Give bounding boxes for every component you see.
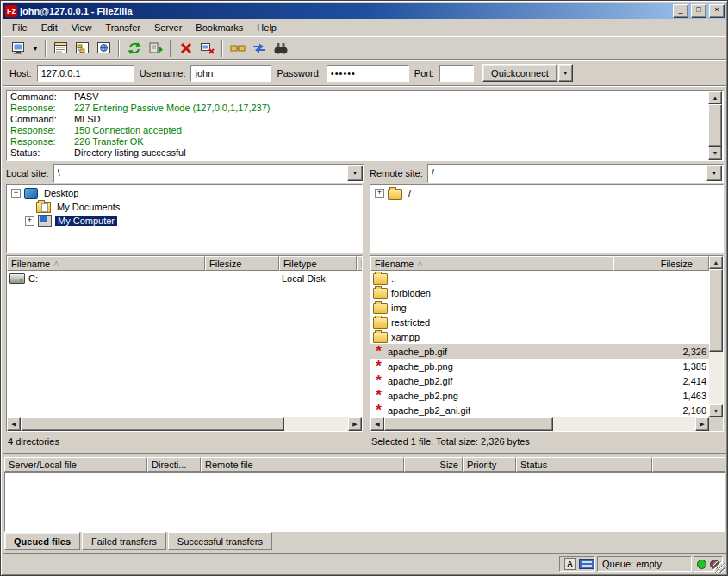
file-row-selected[interactable]: apache_pb.gif 2,326 bbox=[370, 344, 709, 359]
username-input[interactable] bbox=[190, 65, 271, 82]
letter-a-icon bbox=[564, 558, 576, 570]
file-row[interactable]: img bbox=[370, 300, 709, 315]
process-queue-icon bbox=[148, 41, 164, 55]
column-filetype[interactable]: Filetype bbox=[279, 256, 357, 271]
menu-item-transfer[interactable]: Transfer bbox=[98, 21, 147, 34]
queue-column-size[interactable]: Size bbox=[404, 457, 463, 472]
menu-item-bookmarks[interactable]: Bookmarks bbox=[189, 21, 250, 34]
local-horizontal-scrollbar[interactable] bbox=[7, 417, 362, 431]
file-type: Local Disk bbox=[282, 273, 326, 284]
scrollbar-thumb[interactable] bbox=[708, 104, 722, 147]
site-manager-dropdown-button[interactable]: ▼ bbox=[29, 39, 41, 59]
tree-item-my-documents[interactable]: My Documents bbox=[7, 200, 362, 214]
local-site-combo[interactable]: \ bbox=[53, 164, 364, 183]
queue-column-status[interactable]: Status bbox=[516, 457, 652, 472]
scroll-left-icon[interactable] bbox=[7, 417, 21, 431]
disconnect-button[interactable] bbox=[196, 39, 218, 59]
column-lastmodified[interactable]: L bbox=[357, 256, 363, 271]
remote-horizontal-scrollbar[interactable] bbox=[370, 417, 709, 431]
process-queue-button[interactable] bbox=[145, 39, 166, 59]
find-files-button[interactable] bbox=[270, 39, 291, 59]
scroll-up-icon[interactable] bbox=[709, 256, 723, 269]
toggle-remote-tree-button[interactable] bbox=[93, 39, 115, 59]
chevron-down-icon[interactable] bbox=[706, 166, 722, 181]
menu-item-file[interactable]: File bbox=[5, 21, 34, 34]
chevron-down-icon[interactable] bbox=[347, 166, 363, 181]
tab-failed-transfers[interactable]: Failed transfers bbox=[82, 532, 166, 550]
folder-icon bbox=[373, 273, 388, 285]
scroll-down-icon[interactable] bbox=[708, 147, 722, 160]
file-row[interactable]: restricted bbox=[370, 315, 709, 329]
tree-item-label: / bbox=[406, 188, 414, 198]
log-text: 150 Connection accepted bbox=[74, 125, 182, 136]
queue-column-priority[interactable]: Priority bbox=[463, 457, 516, 472]
scrollbar-thumb[interactable] bbox=[709, 269, 723, 352]
queue-column-direction[interactable]: Directi... bbox=[147, 457, 201, 472]
menubar: File Edit View Transfer Server Bookmarks… bbox=[3, 19, 726, 36]
tab-successful-transfers[interactable]: Successful transfers bbox=[168, 532, 272, 550]
file-row[interactable]: xampp bbox=[370, 329, 709, 344]
file-size: 2,414 bbox=[682, 376, 706, 386]
column-filename[interactable]: Filename bbox=[7, 256, 205, 271]
remote-status-text: Selected 1 file. Total size: 2,326 bytes bbox=[371, 436, 530, 447]
menu-item-help[interactable]: Help bbox=[250, 21, 283, 34]
tab-queued-files[interactable]: Queued files bbox=[4, 532, 80, 550]
scroll-left-icon[interactable] bbox=[370, 417, 384, 431]
file-row[interactable]: .. bbox=[370, 271, 709, 285]
quickconnect-dropdown-button[interactable]: ▼ bbox=[558, 64, 573, 82]
site-manager-button[interactable] bbox=[8, 39, 29, 59]
menu-item-edit[interactable]: Edit bbox=[34, 21, 65, 34]
file-row[interactable]: apache_pb.png 1,385 bbox=[370, 359, 709, 373]
tree-item-my-computer[interactable]: My Computer bbox=[7, 214, 362, 228]
minimize-button[interactable]: _ bbox=[673, 4, 688, 18]
tree-item-desktop[interactable]: Desktop bbox=[7, 186, 362, 200]
tree-item-root[interactable]: / bbox=[370, 186, 723, 200]
file-row[interactable]: apache_pb2.gif 2,414 bbox=[370, 373, 709, 388]
scrollbar-thumb[interactable] bbox=[21, 417, 284, 431]
password-input[interactable] bbox=[327, 65, 409, 82]
resize-grip[interactable] bbox=[713, 561, 725, 573]
filezilla-window: Fz john@127.0.0.1 - FileZilla _ □ × File… bbox=[0, 0, 728, 576]
maximize-button[interactable]: □ bbox=[691, 4, 706, 18]
synchronized-browsing-button[interactable] bbox=[248, 39, 270, 59]
broken-image-icon bbox=[373, 391, 384, 399]
cancel-transfer-button[interactable] bbox=[175, 39, 196, 59]
column-filesize[interactable]: Filesize bbox=[205, 256, 279, 271]
scroll-down-icon[interactable] bbox=[709, 404, 723, 417]
scrollbar-track[interactable] bbox=[284, 417, 348, 431]
port-input[interactable] bbox=[439, 65, 474, 82]
directory-comparison-button[interactable] bbox=[227, 39, 248, 59]
file-row[interactable]: apache_pb2_ani.gif 2,160 bbox=[370, 403, 709, 417]
binoculars-icon bbox=[273, 41, 289, 55]
refresh-button[interactable] bbox=[123, 39, 145, 59]
quickconnect-button[interactable]: Quickconnect bbox=[482, 64, 557, 82]
log-type: Command: bbox=[8, 114, 74, 125]
file-row[interactable]: forbidden bbox=[370, 285, 709, 300]
file-row[interactable]: apache_pb2.png 1,463 bbox=[370, 388, 709, 403]
scrollbar-thumb[interactable] bbox=[384, 417, 553, 431]
host-input[interactable] bbox=[37, 65, 134, 82]
expand-icon[interactable] bbox=[375, 189, 384, 198]
log-scrollbar[interactable] bbox=[708, 91, 722, 160]
scroll-right-icon[interactable] bbox=[695, 417, 709, 431]
queue-column-server-local-file[interactable]: Server/Local file bbox=[4, 457, 147, 472]
remote-vertical-scrollbar[interactable] bbox=[709, 256, 723, 417]
menu-item-view[interactable]: View bbox=[65, 21, 99, 34]
queue-list[interactable] bbox=[4, 472, 725, 532]
collapse-icon[interactable] bbox=[11, 189, 21, 198]
column-filesize[interactable]: Filesize bbox=[613, 256, 709, 271]
scrollbar-track[interactable] bbox=[709, 352, 723, 404]
close-button[interactable]: × bbox=[709, 4, 725, 18]
scroll-up-icon[interactable] bbox=[708, 91, 722, 104]
scroll-right-icon[interactable] bbox=[348, 417, 362, 431]
toggle-message-log-button[interactable] bbox=[50, 39, 72, 59]
queue-column-remote-file[interactable]: Remote file bbox=[201, 457, 404, 472]
menu-item-server[interactable]: Server bbox=[147, 21, 189, 34]
file-row[interactable]: C: Local Disk bbox=[7, 271, 362, 285]
column-filename[interactable]: Filename bbox=[370, 256, 613, 271]
scrollbar-track[interactable] bbox=[553, 417, 695, 431]
expand-icon[interactable] bbox=[25, 216, 34, 226]
remote-site-combo[interactable]: / bbox=[427, 164, 724, 183]
toggle-local-tree-button[interactable] bbox=[72, 39, 93, 59]
sort-ascending-icon bbox=[53, 260, 59, 267]
